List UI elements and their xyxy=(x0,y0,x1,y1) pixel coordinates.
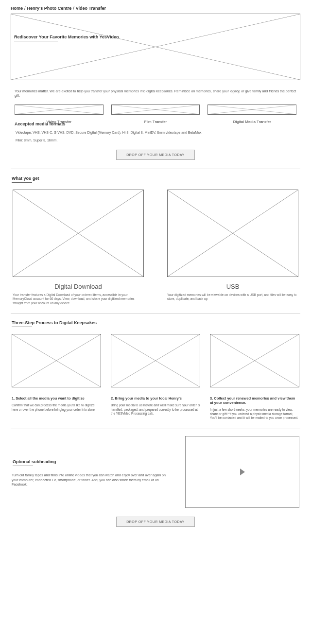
step-desc: Bring your media to us instore and we'll… xyxy=(111,403,200,416)
image-placeholder xyxy=(167,190,298,277)
wyg-title: Digital Download xyxy=(13,283,144,290)
crumb-page: Video Transfer xyxy=(76,6,106,11)
image-placeholder xyxy=(111,104,200,115)
divider xyxy=(11,313,300,313)
cta-button[interactable]: DROP OFF YOUR MEDIA TODAY xyxy=(116,150,195,160)
hero-banner: Rediscover Your Favorite Memories with Y… xyxy=(11,14,300,80)
wyg-digital-download: Digital Download Your transfer features … xyxy=(13,190,144,305)
step-desc: In just a few short weeks, your memories… xyxy=(210,408,299,420)
step-title: 1. Select all the media you want to digi… xyxy=(12,396,101,400)
intro-text: Your memories matter. We are excited to … xyxy=(15,89,296,98)
divider xyxy=(11,429,300,429)
what-you-get-row: Digital Download Your transfer features … xyxy=(11,190,300,305)
step-desc: Confirm that we can process the media yo… xyxy=(12,403,101,412)
wyg-title: USB xyxy=(167,283,298,290)
image-placeholder xyxy=(207,104,296,115)
wyg-desc: Your transfer features a Digital Downloa… xyxy=(13,293,144,305)
accepted-film: Film: 8mm, Super 8, 16mm. xyxy=(16,138,295,143)
crumb-center[interactable]: Henry's Photo Centre xyxy=(27,6,72,11)
step-title: 3. Collect your renewed memories and vie… xyxy=(210,396,299,405)
breadcrumb: Home/Henry's Photo Centre/Video Transfer xyxy=(11,6,300,11)
image-placeholder xyxy=(210,334,299,387)
optional-section: Optional subheading Turn old family tape… xyxy=(12,436,299,508)
service-film[interactable]: Film Transfer xyxy=(111,104,200,115)
step-3: 3. Collect your renewed memories and vie… xyxy=(210,334,299,420)
service-title: Digital Media Transfer xyxy=(207,120,296,124)
image-placeholder xyxy=(12,334,101,387)
wyg-desc: Your digitized memories will be viewable… xyxy=(167,293,298,301)
optional-desc: Turn old family tapes and films into onl… xyxy=(12,473,171,487)
video-placeholder[interactable] xyxy=(185,436,299,508)
play-icon xyxy=(240,469,245,475)
image-placeholder xyxy=(15,104,104,115)
step-2: 2. Bring your media to your local Henry'… xyxy=(111,334,200,420)
process-heading: Three-Step Process to Digital Keepsakes xyxy=(11,320,300,327)
crumb-home[interactable]: Home xyxy=(11,6,23,11)
step-title: 2. Bring your media to your local Henry'… xyxy=(111,396,200,400)
cta-button-bottom[interactable]: DROP OFF YOUR MEDIA TODAY xyxy=(116,517,195,527)
service-video[interactable]: Video Transfer xyxy=(15,104,104,115)
step-1: 1. Select all the media you want to digi… xyxy=(12,334,101,420)
image-placeholder xyxy=(13,190,144,277)
hero-title: Rediscover Your Favorite Memories with Y… xyxy=(14,35,119,41)
divider xyxy=(11,169,300,169)
image-placeholder xyxy=(111,334,200,387)
process-steps: 1. Select all the media you want to digi… xyxy=(11,334,300,420)
service-digital[interactable]: Digital Media Transfer xyxy=(207,104,296,115)
services-row: Video Transfer Film Transfer Digital Med… xyxy=(11,104,300,115)
wyg-usb: USB Your digitized memories will be view… xyxy=(167,190,298,305)
optional-heading: Optional subheading xyxy=(12,459,171,466)
accepted-videotape: Videotape: VHS, VHS-C, S-VHS, DVD, Secur… xyxy=(16,130,295,135)
what-you-get-heading: What you get xyxy=(11,176,300,183)
service-title: Film Transfer xyxy=(111,120,200,124)
